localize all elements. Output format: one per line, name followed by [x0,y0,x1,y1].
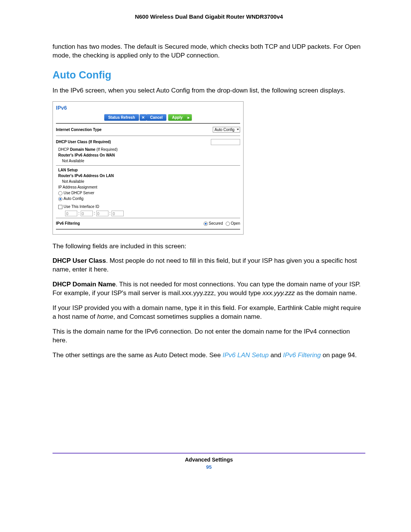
p-other-2: and [269,351,283,359]
iface-field-1[interactable]: 0 [65,211,77,216]
iface-field-3[interactable]: 0 [96,211,108,216]
apply-arrow-button[interactable]: ▸ [185,114,192,121]
p-isp: If your ISP provided you with a domain n… [53,304,365,321]
p-domain-bold: DHCP Domain Name [53,281,116,288]
section-heading: Auto Config [53,69,365,81]
cancel-x-button[interactable]: ✕ [140,114,147,121]
intro-paragraph: function has two modes. The default is S… [53,43,365,60]
dhcp-domain-name-label-b: Domain Name [70,147,96,152]
radio-open[interactable] [226,222,230,226]
radio-open-label: Open [231,221,240,225]
cancel-button[interactable]: Cancel [147,114,167,121]
interface-id-fields: 0:0:0:0 [58,210,240,216]
p-domain-italic: xxx.yyy.zzz [263,289,295,297]
iface-field-2[interactable]: 0 [81,211,93,216]
router-screenshot: IPv6 Status Refresh ✕Cancel Apply▸ Inter… [53,101,244,235]
section-intro: In the IPv6 screen, when you select Auto… [53,86,365,95]
p-other: The other settings are the same as Auto … [53,351,365,360]
dhcp-user-class-input[interactable] [211,139,240,145]
radio-auto-config-label: Auto Config [64,197,83,201]
wan-addr-value: Not Available [58,158,240,164]
p-ipv4-note: This is the domain name for the IPv6 con… [53,328,365,345]
dhcp-user-class-label: DHCP User Class (If Required) [56,140,111,144]
doc-title: N600 Wireless Dual Band Gigabit Router W… [53,13,365,20]
use-interface-label: Use This Interface ID [64,204,99,209]
footer-rule [53,453,365,454]
filtering-label: IPv6 Filtering [56,221,80,225]
wan-addr-label: Router's IPv6 Address On WAN [58,152,240,158]
page-number: 95 [53,464,365,470]
conn-type-label: Internet Connection Type [56,128,102,132]
lan-addr-value: Not Available [58,179,240,184]
p-other-1: The other settings are the same as Auto … [53,351,223,359]
ip-assignment-label: IP Address Assignment [58,184,240,190]
radio-dhcp-server[interactable] [58,191,62,195]
p-isp-2: , and Comcast sometimes supplies a domai… [113,313,262,320]
router-title: IPv6 [56,103,240,113]
after-image-text: The following fields are included in thi… [53,242,365,251]
lan-setup-label: LAN Setup [58,167,240,173]
p-user-class: DHCP User Class. Most people do not need… [53,257,365,274]
status-refresh-button[interactable]: Status Refresh [104,114,139,121]
radio-secured[interactable] [204,222,208,226]
p-domain-2: as the domain name. [295,289,357,297]
use-interface-checkbox[interactable] [58,205,62,209]
p-isp-italic: home [97,313,113,320]
link-ipv6-filtering[interactable]: IPv6 Filtering [283,351,321,359]
radio-auto-config[interactable] [58,197,62,201]
iface-field-4[interactable]: 0 [112,211,124,216]
lan-addr-label: Router's IPv6 Address On LAN [58,173,240,179]
conn-type-select[interactable]: Auto Config [213,127,240,133]
p-user-class-bold: DHCP User Class [53,257,106,264]
radio-secured-label: Secured [209,221,223,225]
footer-label: Advanced Settings [53,457,365,463]
p-other-3: on page 94. [321,351,357,359]
radio-dhcp-server-label: Use DHCP Server [64,191,94,195]
link-ipv6-lan-setup[interactable]: IPv6 LAN Setup [223,351,269,359]
dhcp-domain-name-label-c: (If Required) [96,147,118,152]
dhcp-domain-name-label-a: DHCP [58,147,70,152]
apply-button[interactable]: Apply [168,114,186,121]
p-domain: DHCP Domain Name. This is not needed for… [53,280,365,298]
